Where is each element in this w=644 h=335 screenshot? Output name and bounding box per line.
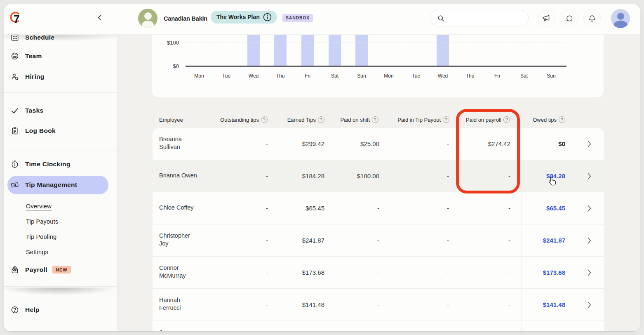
svg-text:7: 7 bbox=[14, 13, 19, 24]
